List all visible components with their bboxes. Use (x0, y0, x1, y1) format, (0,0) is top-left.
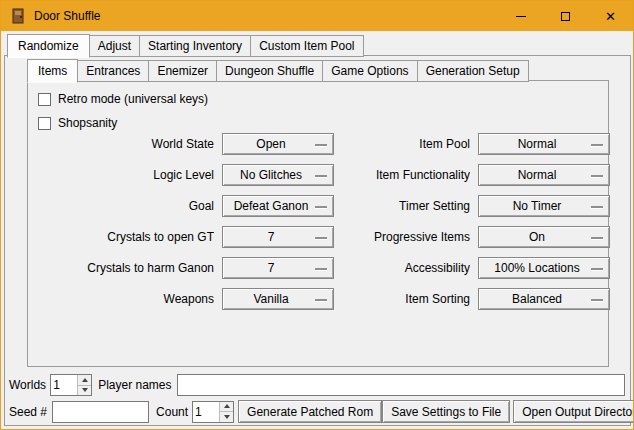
crystals-harm-ganon-value: 7 (268, 261, 289, 275)
item-sorting-dropdown[interactable]: Balanced (478, 288, 610, 310)
retro-mode-checkbox[interactable] (38, 93, 51, 106)
tab-game-options[interactable]: Game Options (322, 60, 417, 82)
accessibility-value: 100% Locations (494, 261, 593, 275)
progressive-items-value: On (529, 230, 559, 244)
item-pool-label: Item Pool (342, 133, 470, 155)
tab-randomize[interactable]: Randomize (7, 34, 90, 58)
item-functionality-dropdown[interactable]: Normal (478, 164, 610, 186)
dropdown-indicator-icon (591, 268, 603, 270)
timer-setting-dropdown[interactable]: No Timer (478, 195, 610, 217)
world-state-label: World State (36, 133, 214, 155)
player-names-label: Player names (98, 378, 171, 392)
inner-tab-bar: Items Entrances Enemizer Dungeon Shuffle… (27, 59, 528, 82)
shopsanity-checkbox[interactable] (38, 117, 51, 130)
item-functionality-label: Item Functionality (342, 164, 470, 186)
dropdown-indicator-icon (315, 268, 327, 270)
worlds-label: Worlds (9, 378, 46, 392)
weapons-label: Weapons (36, 288, 214, 310)
app-window: Door Shuffle ✕ Randomize Adjust Starting… (0, 0, 634, 430)
progressive-items-label: Progressive Items (342, 226, 470, 248)
worlds-input[interactable] (51, 375, 77, 395)
close-button[interactable]: ✕ (588, 1, 633, 31)
item-sorting-value: Balanced (512, 292, 576, 306)
dropdown-indicator-icon (591, 299, 603, 301)
logic-level-value: No Glitches (240, 168, 316, 182)
arrow-up-icon (224, 404, 230, 408)
minimize-button[interactable] (498, 1, 543, 31)
item-pool-value: Normal (518, 137, 571, 151)
dropdown-indicator-icon (591, 237, 603, 239)
seed-row: Seed # Count Generate Patched Rom Save S… (9, 400, 625, 423)
count-spinbox[interactable] (192, 401, 234, 423)
count-spin-down-button[interactable] (220, 412, 233, 422)
arrow-up-icon (82, 378, 88, 382)
count-label: Count (156, 405, 188, 419)
goal-value: Defeat Ganon (234, 199, 323, 213)
worlds-spinbox[interactable] (50, 374, 92, 396)
worlds-spin-down-button[interactable] (78, 386, 91, 396)
arrow-down-icon (82, 388, 88, 392)
tab-starting-inventory[interactable]: Starting Inventory (139, 35, 251, 57)
save-settings-button[interactable]: Save Settings to File (382, 400, 510, 423)
generate-patched-rom-button[interactable]: Generate Patched Rom (238, 400, 382, 423)
maximize-icon (561, 12, 570, 21)
goal-dropdown[interactable]: Defeat Ganon (222, 195, 334, 217)
dropdown-indicator-icon (315, 299, 327, 301)
weapons-value: Vanilla (253, 292, 302, 306)
worlds-spin-up-button[interactable] (78, 375, 91, 386)
retro-mode-checkbox-row: Retro mode (universal keys) (38, 91, 208, 107)
crystals-open-gt-dropdown[interactable]: 7 (222, 226, 334, 248)
tab-generation-setup[interactable]: Generation Setup (417, 60, 529, 82)
logic-level-dropdown[interactable]: No Glitches (222, 164, 334, 186)
item-pool-dropdown[interactable]: Normal (478, 133, 610, 155)
retro-mode-label: Retro mode (universal keys) (58, 92, 208, 106)
maximize-button[interactable] (543, 1, 588, 31)
minimize-icon (516, 16, 526, 17)
dropdown-indicator-icon (315, 144, 327, 146)
tab-custom-item-pool[interactable]: Custom Item Pool (250, 35, 363, 57)
dropdown-indicator-icon (591, 144, 603, 146)
arrow-down-icon (224, 415, 230, 419)
logic-level-label: Logic Level (36, 164, 214, 186)
close-icon: ✕ (605, 10, 616, 23)
timer-setting-value: No Timer (513, 199, 576, 213)
crystals-harm-ganon-dropdown[interactable]: 7 (222, 257, 334, 279)
seed-input[interactable] (52, 401, 149, 423)
count-spin-arrows (219, 402, 233, 422)
item-functionality-value: Normal (518, 168, 571, 182)
worlds-spin-arrows (77, 375, 91, 395)
accessibility-label: Accessibility (342, 257, 470, 279)
dropdown-indicator-icon (315, 175, 327, 177)
crystals-open-gt-value: 7 (268, 230, 289, 244)
dropdown-indicator-icon (591, 206, 603, 208)
count-input[interactable] (193, 402, 219, 422)
titlebar: Door Shuffle ✕ (1, 1, 633, 31)
shopsanity-checkbox-row: Shopsanity (38, 115, 117, 131)
dropdown-indicator-icon (591, 175, 603, 177)
progressive-items-dropdown[interactable]: On (478, 226, 610, 248)
options-grid: World State Open Item Pool Normal Logic … (36, 133, 610, 310)
count-spin-up-button[interactable] (220, 402, 233, 413)
items-pane: Retro mode (universal keys) Shopsanity W… (27, 80, 609, 367)
player-names-input[interactable] (177, 374, 626, 396)
tab-enemizer[interactable]: Enemizer (148, 60, 217, 82)
tab-adjust[interactable]: Adjust (89, 35, 140, 57)
item-sorting-label: Item Sorting (342, 288, 470, 310)
world-state-value: Open (256, 137, 299, 151)
weapons-dropdown[interactable]: Vanilla (222, 288, 334, 310)
tab-items[interactable]: Items (27, 59, 78, 83)
goal-label: Goal (36, 195, 214, 217)
app-icon (10, 8, 26, 24)
worlds-row: Worlds Player names (9, 374, 625, 396)
top-tab-bar: Randomize Adjust Starting Inventory Cust… (7, 34, 363, 57)
seed-label: Seed # (9, 405, 47, 419)
dropdown-indicator-icon (315, 237, 327, 239)
dropdown-indicator-icon (315, 206, 327, 208)
world-state-dropdown[interactable]: Open (222, 133, 334, 155)
shopsanity-label: Shopsanity (58, 116, 117, 130)
accessibility-dropdown[interactable]: 100% Locations (478, 257, 610, 279)
tab-entrances[interactable]: Entrances (77, 60, 149, 82)
crystals-harm-ganon-label: Crystals to harm Ganon (36, 257, 214, 279)
open-output-directory-button[interactable]: Open Output Directory (513, 400, 634, 423)
tab-dungeon-shuffle[interactable]: Dungeon Shuffle (216, 60, 323, 82)
